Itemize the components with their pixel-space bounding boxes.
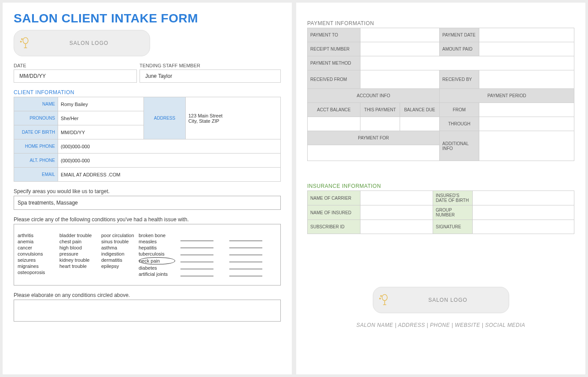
- receipt-label: RECEIPT NUMBER: [308, 42, 360, 56]
- insured-dob-label: INSURED'S DATE OF BIRTH: [433, 191, 473, 205]
- elab-box[interactable]: [14, 300, 281, 322]
- condition-item[interactable]: chest pain: [59, 238, 96, 245]
- conditions-box: arthritisanemiacancerconvulsionsseizures…: [14, 224, 281, 285]
- condition-item[interactable]: neck pain: [139, 257, 175, 265]
- name-label: NAME: [14, 97, 58, 111]
- insured-label: NAME OF INSURED: [308, 205, 360, 220]
- staff-label: TENDING STAFF MEMBER: [140, 63, 281, 68]
- write-col-1: [178, 232, 213, 277]
- page-1: SALON CLIENT INTAKE FORM SALON LOGO DATE…: [3, 3, 292, 374]
- condition-item[interactable]: seizures: [18, 257, 54, 263]
- cond-col-3: poor circulationsinus troubleasthmaindig…: [99, 232, 136, 277]
- alt-phone-value[interactable]: (000)000-000: [58, 154, 281, 168]
- insured-dob-value[interactable]: [473, 191, 574, 205]
- received-from-value[interactable]: [360, 70, 440, 89]
- date-field[interactable]: MM/DD/YY: [14, 70, 137, 83]
- dob-label: DATE OF BIRTH: [14, 125, 58, 139]
- condition-item[interactable]: artificial joints: [139, 271, 175, 277]
- payment-to-value[interactable]: [360, 28, 440, 42]
- name-value[interactable]: Romy Bailey: [58, 97, 144, 111]
- payment-for-value[interactable]: [308, 145, 440, 161]
- condition-item[interactable]: dermatitis: [101, 257, 133, 263]
- period-through-label: THROUGH: [440, 117, 479, 131]
- method-value[interactable]: [360, 56, 574, 70]
- mirror-icon: [18, 37, 33, 50]
- this-payment-label: THIS PAYMENT: [360, 103, 400, 117]
- subscriber-label: SUBSCRIBER ID: [308, 220, 360, 234]
- amount-value[interactable]: [479, 42, 574, 56]
- condition-item[interactable]: osteoporosis: [18, 269, 54, 275]
- period-through-value[interactable]: [479, 117, 574, 131]
- condition-item[interactable]: poor circulation: [101, 232, 133, 238]
- page-title: SALON CLIENT INTAKE FORM: [14, 11, 281, 26]
- condition-item[interactable]: arthritis: [18, 232, 54, 238]
- condition-item[interactable]: indigestion: [101, 251, 133, 257]
- logo-placeholder-footer: SALON LOGO: [373, 287, 509, 313]
- condition-item[interactable]: measles: [139, 238, 175, 245]
- payment-for-label: PAYMENT FOR: [308, 131, 440, 145]
- condition-item[interactable]: bladder trouble: [59, 232, 96, 238]
- elab-label: Please elaborate on any conditions circl…: [14, 292, 281, 298]
- pronouns-value[interactable]: She/Her: [58, 111, 144, 125]
- balance-due-value[interactable]: [400, 117, 440, 131]
- this-payment-value[interactable]: [360, 117, 400, 131]
- insured-value[interactable]: [360, 205, 433, 220]
- condition-item[interactable]: broken bone: [139, 232, 175, 238]
- page-2: PAYMENT INFORMATION PAYMENT TO PAYMENT D…: [296, 3, 585, 374]
- footer-text: SALON NAME | ADDRESS | PHONE | WEBSITE |…: [307, 322, 574, 328]
- conditions-label: Please circle any of the following condi…: [14, 216, 281, 223]
- svg-point-3: [22, 38, 22, 39]
- condition-item[interactable]: anemia: [18, 238, 54, 245]
- address-value[interactable]: 123 Main Street City, State ZIP: [186, 97, 281, 139]
- carrier-value[interactable]: [360, 191, 433, 205]
- condition-item[interactable]: convulsions: [18, 251, 54, 257]
- logo-placeholder: SALON LOGO: [14, 30, 150, 56]
- receipt-value[interactable]: [360, 42, 440, 56]
- condition-item[interactable]: tuberculosis: [139, 251, 175, 257]
- client-info-table: NAME Romy Bailey ADDRESS 123 Main Street…: [14, 97, 281, 182]
- insurance-table: NAME OF CARRIER INSURED'S DATE OF BIRTH …: [307, 190, 574, 234]
- staff-field[interactable]: June Taylor: [140, 70, 281, 83]
- condition-item[interactable]: hepatitis: [139, 245, 175, 251]
- svg-point-8: [380, 295, 381, 296]
- condition-item[interactable]: asthma: [101, 245, 133, 251]
- acct-info-header: ACCOUNT INFO: [308, 89, 440, 103]
- condition-item[interactable]: cancer: [18, 245, 54, 251]
- client-info-header: CLIENT INFORMATION: [14, 89, 281, 95]
- subscriber-value[interactable]: [360, 220, 433, 234]
- period-from-value[interactable]: [479, 103, 574, 117]
- received-by-label: RECEIVED BY: [440, 70, 479, 89]
- condition-item[interactable]: sinus trouble: [101, 238, 133, 245]
- condition-item[interactable]: diabetes: [139, 265, 175, 271]
- condition-item[interactable]: high blood: [59, 245, 96, 251]
- condition-item[interactable]: heart trouble: [59, 263, 96, 269]
- pronouns-label: PRONOUNS: [14, 111, 58, 125]
- received-by-value[interactable]: [479, 70, 574, 89]
- dob-value[interactable]: MM/DD/YY: [58, 125, 144, 139]
- home-phone-label: HOME PHONE: [14, 139, 58, 154]
- svg-point-5: [382, 294, 387, 300]
- signature-value[interactable]: [473, 220, 574, 234]
- received-from-label: RECEIVED FROM: [308, 70, 360, 89]
- logo-label: SALON LOGO: [33, 40, 145, 46]
- payment-table: PAYMENT TO PAYMENT DATE RECEIPT NUMBER A…: [307, 28, 574, 161]
- svg-point-4: [20, 41, 21, 42]
- payment-header: PAYMENT INFORMATION: [307, 20, 574, 26]
- payment-date-value[interactable]: [479, 28, 574, 42]
- acct-bal-label: ACCT BALANCE: [308, 103, 360, 117]
- payment-period-header: PAYMENT PERIOD: [440, 89, 574, 103]
- acct-bal-value[interactable]: [308, 117, 360, 131]
- condition-item[interactable]: migraines: [18, 263, 54, 269]
- group-value[interactable]: [473, 205, 574, 220]
- target-box[interactable]: Spa treatments, Massage: [14, 196, 281, 210]
- condition-item[interactable]: kidney trouble: [59, 257, 96, 263]
- payment-date-label: PAYMENT DATE: [440, 28, 479, 42]
- cond-col-4: broken bonemeasleshepatitistuberculosisn…: [136, 232, 178, 277]
- condition-item[interactable]: epilepsy: [101, 263, 133, 269]
- condition-item[interactable]: pressure: [59, 251, 96, 257]
- svg-point-9: [379, 298, 380, 299]
- email-value[interactable]: EMAIL AT ADDRESS .COM: [58, 168, 281, 182]
- home-phone-value[interactable]: (000)000-000: [58, 139, 281, 154]
- additional-info-value[interactable]: [479, 131, 574, 161]
- date-label: DATE: [14, 63, 137, 68]
